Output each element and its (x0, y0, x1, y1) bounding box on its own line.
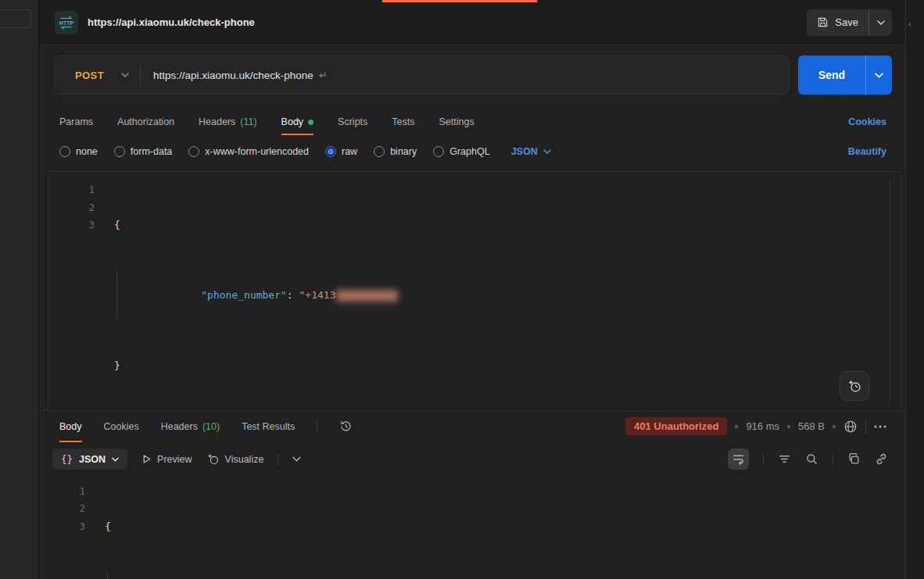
visualize-icon (206, 452, 220, 466)
http-method-icon: HTTP (55, 11, 78, 34)
divider (833, 453, 833, 466)
tab-settings[interactable]: Settings (439, 109, 475, 135)
copy-icon[interactable] (847, 452, 861, 466)
sidebar-partial-item[interactable] (0, 9, 31, 28)
history-icon[interactable] (339, 420, 353, 433)
divider (278, 453, 278, 466)
cookies-link[interactable]: Cookies (848, 116, 886, 127)
preview-button[interactable]: Preview (141, 454, 192, 465)
radio-icon (374, 146, 385, 157)
mode-binary[interactable]: binary (374, 146, 417, 157)
main-panel: HTTP https://api.xiaomu.uk/check-phone S… (39, 0, 905, 579)
radio-icon (114, 146, 125, 157)
chevron-down-icon (877, 20, 885, 25)
tab-authorization[interactable]: Authorization (117, 109, 174, 135)
filter-icon[interactable] (778, 452, 791, 466)
body-modified-dot (308, 120, 313, 125)
chevron-down-icon[interactable] (292, 456, 301, 462)
mode-form-data[interactable]: form-data (114, 146, 173, 157)
save-button[interactable]: Save (807, 9, 868, 36)
response-tab-body[interactable]: Body (59, 411, 82, 442)
indent-guide (116, 271, 117, 321)
divider (763, 453, 764, 466)
divider (140, 64, 141, 86)
tab-tests[interactable]: Tests (392, 109, 414, 135)
beautify-link[interactable]: Beautify (848, 146, 886, 157)
chevron-down-icon (543, 149, 551, 154)
active-tab-indicator (382, 0, 537, 2)
radio-icon (188, 146, 199, 157)
json-value-visible: "+1413 (299, 289, 336, 301)
chevron-down-icon[interactable] (121, 73, 129, 77)
more-icon[interactable] (874, 425, 886, 428)
globe-icon[interactable] (843, 420, 858, 434)
request-title: https://api.xiaomu.uk/check-phone (88, 16, 255, 28)
line-numbers: 1 2 3 (48, 181, 95, 410)
postbot-icon (847, 378, 862, 394)
tab-params[interactable]: Params (59, 109, 93, 135)
response-tabs: Body Cookies Headers (10) Test Results 4… (39, 411, 905, 442)
radio-selected-icon (325, 146, 336, 157)
response-body-code[interactable]: { "detail": "无效的API密钥" } (85, 483, 905, 579)
tab-scripts[interactable]: Scripts (338, 109, 367, 135)
separator-dot (787, 425, 790, 428)
divider (317, 420, 317, 433)
save-label: Save (835, 16, 858, 28)
tab-headers[interactable]: Headers (11) (199, 109, 257, 135)
tab-body[interactable]: Body (281, 109, 314, 135)
response-time[interactable]: 916 ms (746, 420, 779, 432)
mode-x-www-form-urlencoded[interactable]: x-www-form-urlencoded (188, 146, 309, 157)
request-body-editor[interactable]: 1 2 3 { "phone_number": "+1413 } (48, 171, 901, 410)
headers-count: (11) (240, 116, 256, 127)
response-tab-headers[interactable]: Headers (10) (161, 411, 220, 442)
line-numbers: 1 2 3 (39, 483, 85, 579)
chevron-down-icon (875, 73, 883, 78)
collapsed-panel-icon: ‹ (908, 19, 924, 28)
divider (865, 420, 866, 433)
request-tab-header: HTTP https://api.xiaomu.uk/check-phone S… (39, 0, 905, 45)
separator-dot (833, 425, 836, 428)
response-toolbar: {} JSON Preview Visualiz (39, 442, 905, 477)
request-url-bar: POST https://api.xiaomu.uk/check-phone ↵ (54, 55, 790, 95)
response-headers-count: (10) (202, 421, 220, 432)
request-body-code[interactable]: { "phone_number": "+1413 } (95, 181, 901, 410)
send-button[interactable]: Send (798, 55, 865, 95)
request-bar-row: POST https://api.xiaomu.uk/check-phone ↵… (39, 45, 905, 109)
link-icon[interactable] (875, 452, 888, 466)
request-tabs: Params Authorization Headers (11) Body S… (39, 109, 905, 135)
json-key: "phone_number" (201, 289, 287, 301)
search-icon[interactable] (805, 452, 818, 466)
response-tab-cookies[interactable]: Cookies (104, 411, 139, 442)
response-body-editor[interactable]: 1 2 3 { "detail": "无效的API密钥" } (39, 477, 905, 579)
radio-icon (59, 146, 70, 157)
enter-hint-icon: ↵ (319, 70, 328, 81)
svg-text:HTTP: HTTP (59, 20, 74, 25)
left-sidebar-collapsed (0, 0, 39, 579)
indent-guide (107, 572, 108, 579)
response-section: Body Cookies Headers (10) Test Results 4… (39, 410, 905, 579)
preview-icon (141, 454, 152, 464)
mode-raw[interactable]: raw (325, 146, 357, 157)
mode-none[interactable]: none (59, 146, 98, 157)
separator-dot (735, 425, 738, 428)
wrap-text-icon[interactable] (728, 449, 749, 470)
editor-scrollbar[interactable] (890, 178, 890, 404)
status-badge[interactable]: 401 Unauthorized (625, 417, 727, 435)
radio-icon (433, 146, 444, 157)
right-sidebar-collapsed[interactable]: ‹ (905, 0, 924, 579)
redacted-value (336, 290, 398, 302)
response-size[interactable]: 568 B (798, 420, 825, 432)
visualize-button[interactable]: Visualize (206, 452, 264, 466)
response-tab-test-results[interactable]: Test Results (242, 411, 295, 442)
save-options-button[interactable] (868, 9, 892, 36)
mode-graphql[interactable]: GraphQL (433, 146, 489, 157)
body-mode-row: none form-data x-www-form-urlencoded raw… (39, 135, 905, 168)
postbot-button[interactable] (840, 371, 869, 401)
language-selector[interactable]: JSON (511, 146, 551, 157)
chevron-down-icon (112, 457, 119, 462)
url-input[interactable]: https://api.xiaomu.uk/check-phone (153, 70, 313, 81)
response-format-selector[interactable]: {} JSON (52, 449, 127, 470)
send-options-button[interactable] (865, 55, 892, 95)
method-selector[interactable]: POST (55, 70, 121, 81)
save-icon (817, 16, 829, 28)
